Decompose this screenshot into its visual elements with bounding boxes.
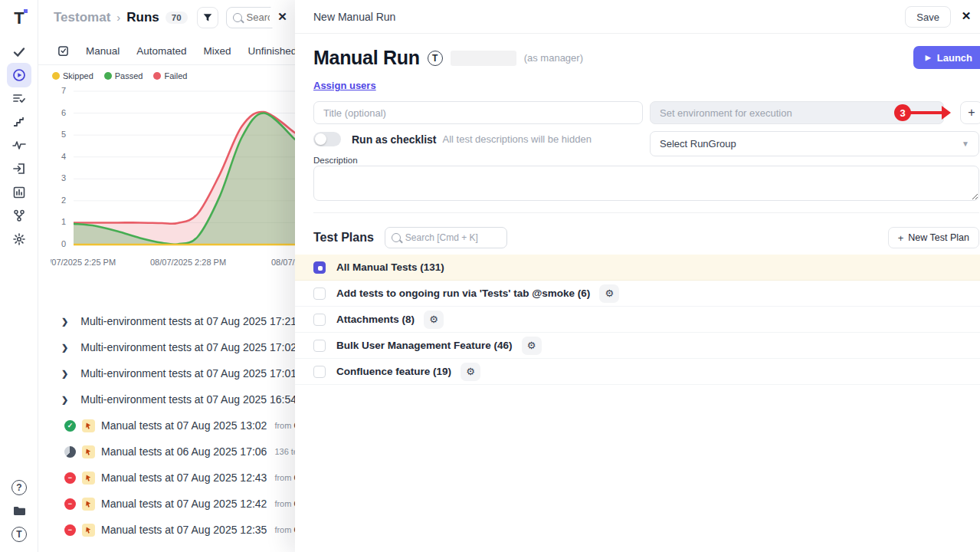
projects-button[interactable] [7,498,31,523]
question-icon: ? [11,480,27,495]
test-plan-row[interactable]: Confluence feature (19) ⚙ [295,359,980,385]
filter-button[interactable] [197,7,218,28]
play-circle-icon [12,68,26,82]
x-tick: 08/07/2025 2:30 PM [271,258,295,267]
testomat-logo-icon: T [11,527,27,542]
breadcrumb-separator: › [116,11,120,24]
chevron-right-icon[interactable]: ❯ [61,369,68,379]
legend-passed: Passed [104,71,143,80]
runs-tabs: Manual Automated Mixed Unfinished [38,37,295,65]
runs-area-chart [74,86,295,253]
test-plan-settings-button[interactable]: ⚙ [424,310,444,329]
owner-name-redacted [451,51,516,66]
select-all-icon[interactable] [57,45,69,57]
sidebar-item-settings[interactable] [7,227,31,251]
description-textarea[interactable] [313,166,979,201]
gear-icon [12,232,26,246]
chevron-right-icon[interactable]: ❯ [61,317,68,327]
steps-icon [12,115,26,129]
run-folder-row[interactable]: ❯ Multi-environment tests at 07 Aug 2025… [38,308,295,334]
sidebar-item-runs[interactable] [7,63,31,87]
test-plan-search-input[interactable] [405,232,497,243]
sidebar-item-import[interactable] [7,156,31,181]
test-plan-row[interactable]: Attachments (8) ⚙ [295,307,980,333]
new-test-plan-button[interactable]: + New Test Plan [888,227,979,248]
test-plan-checkbox[interactable] [313,340,326,352]
funnel-icon [202,12,213,23]
runs-count-badge: 70 [166,12,188,24]
assign-users-link[interactable]: Assign users [313,80,376,91]
save-button[interactable]: Save [905,6,951,28]
runs-panel: Testomat › Runs 70 ✕ Manual Automated Mi… [38,0,295,552]
rungroup-select[interactable]: Select RunGroup ▼ [650,131,979,156]
help-button[interactable]: ? [7,475,31,500]
test-plan-checkbox[interactable] [313,288,326,300]
test-plan-settings-button[interactable]: ⚙ [599,284,619,303]
run-meta: from Custom [274,473,295,482]
tab-unfinished[interactable]: Unfinished [248,45,295,57]
chart-x-axis: 08/07/2025 2:25 PM 08/07/2025 2:28 PM 08… [51,258,295,270]
manual-run-icon [82,498,95,511]
bar-chart-icon [12,186,26,199]
test-plan-settings-button[interactable]: ⚙ [522,337,542,355]
pulse-icon [12,138,26,152]
run-row[interactable]: − Manual tests at 07 Aug 2025 12:42 from… [38,491,295,517]
sidebar-item-milestones[interactable] [7,110,31,134]
run-folder-row[interactable]: ❯ Multi-environment tests at 07 Aug 2025… [38,386,295,412]
chevron-right-icon[interactable]: ❯ [61,343,68,353]
test-plan-checkbox[interactable] [313,314,326,326]
status-failed-icon: − [64,472,76,484]
app-logo[interactable]: T [7,6,31,31]
y-tick: 6 [38,108,66,117]
account-logo-button[interactable]: T [7,522,31,547]
title-input[interactable] [313,101,643,124]
tab-manual[interactable]: Manual [86,45,120,57]
add-environment-button[interactable]: + [960,101,980,124]
run-row[interactable]: Manual tests at 06 Aug 2025 17:06 136 te… [38,439,295,465]
passed-dot-icon [104,72,112,80]
run-meta: from Custom [274,499,295,508]
import-icon [12,162,26,176]
test-plan-row[interactable]: Add tests to ongoing run via 'Tests' tab… [295,281,980,307]
runs-header: Testomat › Runs 70 ✕ [38,0,295,34]
run-as-checklist-toggle[interactable] [313,132,341,146]
chevron-right-icon[interactable]: ❯ [61,395,68,405]
run-row[interactable]: − Manual tests at 07 Aug 2025 12:43 from… [38,465,295,491]
status-passed-icon: ✓ [64,420,76,432]
test-plan-row[interactable]: All Manual Tests (131) [295,255,980,281]
run-row[interactable]: − Manual tests at 07 Aug 2025 12:35 from… [38,517,295,543]
sidebar-item-plans[interactable] [7,86,31,110]
sidebar-item-branches[interactable] [7,203,31,228]
test-plan-settings-button[interactable]: ⚙ [461,363,480,381]
test-plan-search[interactable] [385,227,507,248]
close-icon[interactable]: ✕ [959,9,974,23]
chevron-down-icon: ▼ [962,140,969,148]
search-clear-button[interactable]: ✕ [270,5,295,29]
x-tick: 08/07/2025 2:25 PM [51,258,116,267]
divider [313,212,979,213]
check-icon [12,45,26,59]
test-plan-checkbox[interactable] [313,261,326,274]
test-plan-row[interactable]: Bulk User Management Feature (46) ⚙ [295,333,980,359]
icon-rail: T ? [0,0,38,552]
run-folder-row[interactable]: ❯ Multi-environment tests at 07 Aug 2025… [38,360,295,386]
manual-run-icon [82,445,95,458]
annotation-arrow [910,111,943,114]
tab-mixed[interactable]: Mixed [204,45,231,57]
tab-automated[interactable]: Automated [136,45,186,57]
y-tick: 3 [38,173,66,182]
run-folder-row[interactable]: ❯ Multi-environment tests at 07 Aug 2025… [38,334,295,360]
launch-button[interactable]: ▶ Launch [913,46,980,69]
sidebar-item-pulse[interactable] [7,133,31,157]
run-row[interactable]: ✓ Manual tests at 07 Aug 2025 13:02 from… [38,412,295,439]
sidebar-item-reports[interactable] [7,180,31,205]
breadcrumb-app[interactable]: Testomat [54,10,110,25]
sidebar-item-tests[interactable] [7,40,31,64]
modal-title: New Manual Run [313,11,395,23]
y-tick: 5 [38,130,66,139]
run-heading-row: Manual Run T (as manager) [313,47,583,69]
test-plans-heading: Test Plans [313,231,374,245]
app-window: T ? [0,0,980,552]
checklist-label: Run as checklist [352,133,437,146]
test-plan-checkbox[interactable] [313,366,326,378]
